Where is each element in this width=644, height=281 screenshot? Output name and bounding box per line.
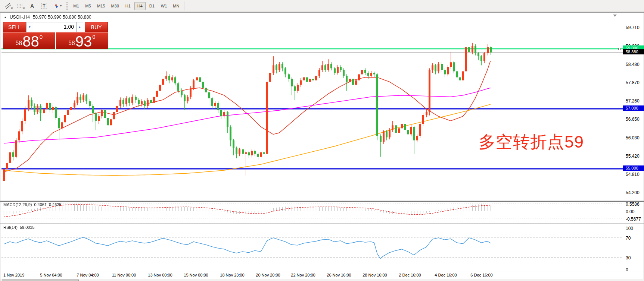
macd-signal-value: 0.4625 (49, 202, 62, 207)
time-tick-label: 2 Dec 16:00 (399, 273, 421, 277)
timeframe-w1-button[interactable]: W1 (158, 2, 170, 10)
price-tick-label: 54.810 (626, 172, 640, 177)
symbol-period-label: USOil-,H4 (10, 15, 30, 20)
arrows-icon (53, 3, 59, 9)
timeframe-d1-button[interactable]: D1 (146, 2, 158, 10)
macd-name: MACD(12,26,9) (3, 202, 32, 207)
trade-quotes-row: 58 88 0 58 93 0 (3, 32, 108, 49)
timeframe-m30-button[interactable]: M30 (108, 2, 121, 10)
horizontal-scrollbar[interactable] (0, 279, 644, 281)
ohlc-values: 58.970 58.990 58.880 58.880 (33, 15, 91, 20)
time-tick-label: 6 Dec 16:00 (470, 273, 492, 277)
price-tick-label: 59.710 (626, 25, 640, 30)
rsi-bottom-border (0, 272, 644, 272)
equidistant-channel-tool-button[interactable]: E (2, 1, 14, 10)
spinner-down-icon: ▼ (28, 25, 31, 29)
price-axis[interactable]: 59.71059.09058.48057.87057.26056.65056.0… (623, 13, 644, 272)
timeframe-h4-button[interactable]: H4 (134, 2, 146, 10)
timeframe-h1-button[interactable]: H1 (122, 2, 134, 10)
time-tick-label: 7 Nov 04:00 (77, 273, 99, 277)
price-badge: 58.880 (623, 49, 644, 54)
rsi-tick-label: 70 (626, 236, 631, 241)
arrow-objects-dropdown-button[interactable]: ▾ (50, 1, 65, 10)
timeframe-m15-button[interactable]: M15 (94, 2, 108, 10)
rsi-top-border (0, 224, 644, 224)
spinner-up-icon: ▲ (78, 25, 81, 29)
rsi-label: RSI(14) 59.0035 (3, 225, 35, 230)
chart-annotation-text[interactable]: 多空转折点59 (479, 131, 584, 153)
one-click-trading-widget: SELL ▼ 1.00 ▲ BUY 58 88 0 58 93 0 (3, 22, 108, 49)
toolbar-drag-handle[interactable] (66, 2, 69, 10)
time-tick-label: 1 Nov 2019 (3, 273, 24, 277)
time-axis[interactable]: 1 Nov 20195 Nov 04:007 Nov 04:0011 Nov 0… (0, 272, 623, 279)
chart-title: ▲ USOil-,H4 58.970 58.990 58.880 58.880 (4, 15, 91, 20)
collapse-triangle-icon[interactable]: ▲ (4, 16, 7, 19)
rsi-tick-label: 30 (626, 255, 631, 261)
rsi-value: 59.0035 (20, 225, 35, 230)
timeframe-m5-button[interactable]: M5 (83, 2, 94, 10)
ask-price-pips: 93 (75, 35, 92, 48)
time-tick-label: 13 Nov 00:00 (148, 273, 172, 277)
rsi-tick-label: 100 (626, 226, 633, 231)
sell-button[interactable]: SELL (3, 22, 26, 32)
price-tick-label: 57.870 (626, 80, 640, 85)
price-tick-label: 58.480 (626, 62, 640, 67)
ask-price-int: 58 (68, 40, 75, 46)
top-toolbar: E F A T ▾ M1 M5 M15 M30 H1 H4 D1 W1 MN (0, 0, 644, 12)
bid-price-point: 0 (40, 34, 43, 40)
macd-tick-label: 0.00 (626, 209, 634, 214)
price-badge: 57.000 (623, 105, 644, 111)
chart-window: ▲ USOil-,H4 58.970 58.990 58.880 58.880 … (0, 12, 644, 281)
tool-sub-letter: F (23, 7, 25, 10)
time-tick-label: 4 Dec 16:00 (435, 273, 457, 277)
fibonacci-icon (16, 3, 24, 9)
text-icon: T (41, 3, 47, 9)
time-tick-label: 15 Nov 00:00 (184, 273, 208, 277)
bid-price-pips: 88 (22, 35, 39, 48)
price-tick-label: 54.200 (626, 190, 640, 195)
toolbar-separator (184, 1, 184, 10)
macd-label: MACD(12,26,9) 0.4061 0.4625 (3, 202, 62, 207)
ask-price-button[interactable]: 58 93 0 (56, 32, 108, 49)
text-label-icon: A (30, 3, 34, 9)
scrollbar-thumb[interactable] (2, 280, 79, 281)
volume-input[interactable]: 1.00 (33, 22, 76, 32)
time-tick-label: 22 Nov 20:00 (291, 273, 315, 277)
time-tick-label: 5 Nov 04:00 (40, 273, 62, 277)
macd-tick-label: -0.5677 (626, 217, 641, 222)
time-tick-label: 26 Nov 16:00 (327, 273, 351, 277)
buy-button[interactable]: BUY (85, 22, 108, 32)
mt4-terminal: { "toolbar": { "tools": [ {"name": "equi… (0, 0, 644, 281)
volume-increase-button[interactable]: ▲ (76, 22, 83, 32)
price-shift-marker[interactable] (613, 15, 617, 17)
macd-main-value: 0.4061 (34, 202, 47, 207)
timeframe-m1-button[interactable]: M1 (71, 2, 82, 10)
time-tick-label: 11 Nov 00:00 (112, 273, 136, 277)
bid-price-button[interactable]: 58 88 0 (3, 32, 56, 49)
time-tick-label: 20 Nov 20:00 (256, 273, 280, 277)
fibonacci-tool-button[interactable]: F (14, 1, 26, 10)
trade-controls-row: SELL ▼ 1.00 ▲ BUY (3, 22, 108, 32)
macd-tick-label: 0.5586 (626, 202, 640, 207)
time-tick-label: 18 Nov 23:00 (220, 273, 244, 277)
macd-top-border (0, 201, 644, 202)
price-tick-label: 57.260 (626, 98, 640, 104)
text-tool-button[interactable]: T (38, 1, 50, 10)
rsi-name: RSI(14) (3, 225, 18, 230)
tool-sub-letter: E (11, 7, 13, 10)
timeframe-mn-button[interactable]: MN (170, 2, 182, 10)
bid-price-int: 58 (15, 40, 22, 46)
time-tick-label: 28 Nov 16:00 (363, 273, 387, 277)
price-tick-label: 56.030 (626, 135, 640, 140)
ask-price-point: 0 (92, 34, 95, 40)
price-tick-label: 55.420 (626, 154, 640, 159)
price-tick-label: 56.650 (626, 117, 640, 122)
price-badge: 55.000 (623, 165, 644, 171)
text-label-tool-button[interactable]: A (26, 1, 38, 10)
chevron-down-icon: ▾ (60, 4, 62, 7)
volume-decrease-button[interactable]: ▼ (26, 22, 33, 32)
